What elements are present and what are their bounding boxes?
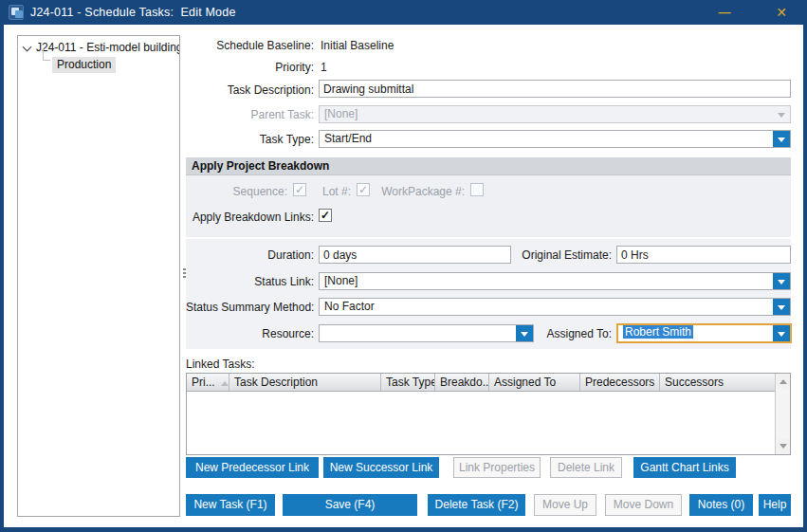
task-type-value: Start/End <box>324 132 372 145</box>
status-link-value: [None] <box>324 274 358 287</box>
assigned-to-dropdown[interactable]: Robert Smith <box>616 323 792 343</box>
move-down-button: Move Down <box>605 494 682 516</box>
sort-ascending-icon <box>221 381 229 386</box>
tree-node-production-label: Production <box>52 57 116 73</box>
assigned-to-label: Assigned To: <box>517 327 612 340</box>
tree-node-root-label: J24-011 - Esti-model building <box>36 41 180 54</box>
save-button[interactable]: Save (F4) <box>283 494 417 516</box>
new-task-button[interactable]: New Task (F1) <box>186 494 275 516</box>
workpackage-number-checkbox <box>470 183 484 196</box>
column-header-predecessors[interactable]: Predecessors <box>580 374 660 391</box>
priority-value: 1 <box>321 61 327 74</box>
apply-project-breakdown-header: Apply Project Breakdown <box>186 157 791 175</box>
delete-link-button: Delete Link <box>550 457 622 478</box>
column-header-successors[interactable]: Successors <box>660 374 761 391</box>
status-link-dropdown[interactable]: [None] <box>319 272 791 290</box>
parent-task-dropdown: [None] <box>319 105 791 123</box>
app-icon <box>9 5 24 20</box>
task-type-label: Task Type: <box>186 133 314 146</box>
chevron-down-icon <box>773 106 790 122</box>
window-border-left <box>0 0 4 532</box>
linked-tasks-label: Linked Tasks: <box>186 358 255 371</box>
chevron-down-icon[interactable] <box>773 273 790 289</box>
lot-number-label: Lot #: <box>247 185 351 198</box>
notes-button[interactable]: Notes (0) <box>689 494 753 516</box>
linked-tasks-body <box>187 392 790 455</box>
column-header-priority[interactable]: Pri... <box>187 374 229 391</box>
task-type-dropdown[interactable]: Start/End <box>319 130 791 148</box>
linked-tasks-table: Pri... Task Description Task Type Breakd… <box>186 373 791 455</box>
gantt-chart-links-button[interactable]: Gantt Chart Links <box>633 457 736 478</box>
status-summary-method-value: No Factor <box>324 300 375 313</box>
resource-dropdown[interactable] <box>319 324 534 342</box>
linked-tasks-header-row: Pri... Task Description Task Type Breakd… <box>187 374 790 392</box>
apply-breakdown-links-checkbox[interactable]: ✓ <box>319 209 332 222</box>
new-predecessor-link-button[interactable]: New Predecessor Link <box>186 457 319 478</box>
link-properties-button: Link Properties <box>453 457 541 478</box>
column-header-task-description[interactable]: Task Description <box>229 374 381 391</box>
status-summary-method-label: Status Summary Method: <box>186 301 314 314</box>
chevron-down-icon[interactable] <box>23 43 32 52</box>
original-estimate-input[interactable] <box>616 246 791 264</box>
duration-input[interactable] <box>319 246 511 264</box>
column-header-assigned-to[interactable]: Assigned To <box>489 374 580 391</box>
chevron-down-icon[interactable] <box>773 325 790 341</box>
title-bar[interactable]: J24-011 - Schedule Tasks: Edit Mode — ✕ <box>0 0 807 25</box>
priority-label: Priority: <box>186 61 314 74</box>
chevron-down-icon[interactable] <box>773 299 790 315</box>
task-tree-panel: J24-011 - Esti-model building Production <box>17 35 180 517</box>
delete-task-button[interactable]: Delete Task (F2) <box>428 494 525 516</box>
table-vertical-scrollbar[interactable] <box>775 374 790 454</box>
parent-task-value: [None] <box>324 107 358 120</box>
assigned-to-value: Robert Smith <box>623 325 693 339</box>
resource-label: Resource: <box>186 327 314 340</box>
help-button[interactable]: Help <box>759 494 791 516</box>
tree-elbow-line <box>43 49 50 61</box>
app-icon-shape <box>15 10 23 18</box>
window-border-bottom <box>0 527 807 532</box>
apply-breakdown-links-label: Apply Breakdown Links: <box>186 211 314 224</box>
minimize-button[interactable]: — <box>706 0 743 25</box>
scroll-down-icon[interactable] <box>777 439 790 453</box>
workpackage-number-label: WorkPackage #: <box>365 185 465 198</box>
dialog-window: J24-011 - Schedule Tasks: Edit Mode — ✕ … <box>0 0 807 532</box>
original-estimate-label: Original Estimate: <box>517 248 612 262</box>
window-border-right <box>803 0 807 532</box>
status-link-label: Status Link: <box>186 275 314 288</box>
column-header-breakdown[interactable]: Breakdo... <box>435 374 489 391</box>
window-title: J24-011 - Schedule Tasks: Edit Mode <box>30 6 236 19</box>
schedule-baseline-label: Schedule Baseline: <box>186 39 314 52</box>
move-up-button: Move Up <box>534 494 596 516</box>
splitter-grip[interactable] <box>182 268 187 284</box>
parent-task-label: Parent Task: <box>186 108 314 121</box>
task-description-label: Task Description: <box>186 83 314 97</box>
new-successor-link-button[interactable]: New Successor Link <box>323 457 439 478</box>
column-header-task-type[interactable]: Task Type <box>381 374 435 391</box>
status-summary-method-dropdown[interactable]: No Factor <box>319 298 791 316</box>
close-button[interactable]: ✕ <box>763 0 799 25</box>
duration-label: Duration: <box>186 248 314 262</box>
chevron-down-icon[interactable] <box>773 131 790 147</box>
tree-node-production[interactable]: Production <box>52 57 116 73</box>
scroll-up-icon[interactable] <box>777 375 790 389</box>
schedule-baseline-value: Initial Baseline <box>321 39 394 52</box>
task-description-input[interactable] <box>319 80 791 98</box>
